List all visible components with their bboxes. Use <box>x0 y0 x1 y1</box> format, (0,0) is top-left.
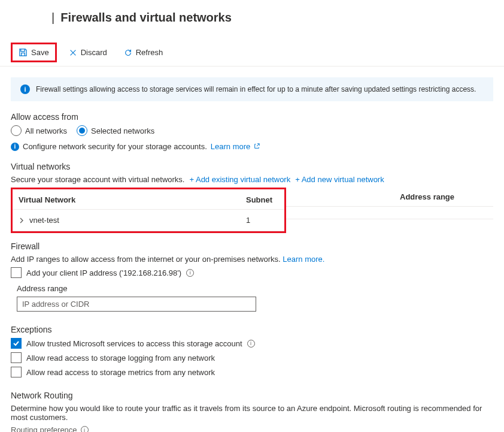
chevron-right-icon <box>19 217 25 223</box>
info-outline-icon[interactable]: i <box>81 426 89 432</box>
exception-metrics-label: Allow read access to storage metrics fro… <box>26 368 215 377</box>
refresh-label: Refresh <box>136 48 163 57</box>
info-outline-icon[interactable]: i <box>247 340 255 348</box>
radio-selected-networks[interactable]: Selected networks <box>77 125 154 136</box>
title-pipe: | <box>51 11 54 25</box>
vnets-title: Virtual networks <box>11 162 493 171</box>
vnet-actions-row: Secure your storage account with virtual… <box>11 175 493 184</box>
save-icon <box>19 48 28 57</box>
exception-logging-label: Allow read access to storage logging fro… <box>26 354 215 362</box>
routing-desc: Determine how you would like to route yo… <box>11 404 493 422</box>
radio-selected-label: Selected networks <box>91 126 154 135</box>
vnets-subtext: Secure your storage account with virtual… <box>11 175 184 184</box>
discard-label: Discard <box>81 48 107 57</box>
firewall-title: Firewall <box>11 241 493 251</box>
routing-pref-label: Routing preference <box>11 425 77 432</box>
page-title: Firewalls and virtual networks <box>60 11 232 25</box>
exception-metrics-checkbox[interactable] <box>11 367 22 377</box>
routing-title: Network Routing <box>11 391 493 400</box>
vnet-table: Virtual Network Subnet vnet-test 1 <box>11 188 493 233</box>
save-highlight-box: Save <box>11 43 57 62</box>
firewall-subtext: Add IP ranges to allow access from the i… <box>11 255 281 264</box>
info-outline-icon[interactable]: i <box>186 269 194 277</box>
refresh-button[interactable]: Refresh <box>119 46 168 59</box>
address-range-label: Address range <box>17 284 493 293</box>
discard-button[interactable]: Discard <box>64 46 112 59</box>
client-ip-checkbox[interactable] <box>11 267 22 278</box>
col-vnet: Virtual Network <box>19 195 246 204</box>
firewall-learn-more-link[interactable]: Learn more. <box>283 255 324 264</box>
configure-text: Configure network security for your stor… <box>23 142 207 151</box>
firewall-subtext-row: Add IP ranges to allow access from the i… <box>11 255 493 264</box>
radio-all-networks[interactable]: All networks <box>11 125 67 136</box>
add-existing-vnet-link[interactable]: + Add existing virtual network <box>189 175 290 184</box>
radio-icon <box>11 125 22 136</box>
exception-logging-checkbox[interactable] <box>11 352 22 363</box>
title-row: | Firewalls and virtual networks <box>11 11 504 25</box>
table-row[interactable]: vnet-test 1 <box>13 210 284 231</box>
radio-all-label: All networks <box>25 126 67 135</box>
info-banner: i Firewall settings allowing access to s… <box>11 77 493 101</box>
radio-icon-selected <box>77 125 87 136</box>
configure-line: i Configure network security for your st… <box>11 142 493 151</box>
exceptions-title: Exceptions <box>11 325 493 334</box>
col-subnet: Subnet <box>246 195 278 204</box>
toolbar: Save Discard Refresh <box>0 38 504 67</box>
exception-trusted-row: Allow trusted Microsoft services to acce… <box>11 338 493 349</box>
client-ip-checkbox-row: Add your client IP address ('192.168.216… <box>11 267 493 278</box>
learn-more-link[interactable]: Learn more <box>211 142 260 151</box>
save-label: Save <box>31 48 49 57</box>
exception-metrics-row: Allow read access to storage metrics fro… <box>11 367 493 377</box>
info-icon: i <box>20 84 30 94</box>
routing-pref-row: Routing preference i <box>11 425 493 432</box>
client-ip-label: Add your client IP address ('192.168.216… <box>26 268 181 277</box>
exception-trusted-checkbox[interactable] <box>11 338 22 349</box>
exception-trusted-label: Allow trusted Microsoft services to acce… <box>26 339 242 348</box>
refresh-icon <box>124 49 132 57</box>
vnet-name: vnet-test <box>29 216 59 225</box>
exception-logging-row: Allow read access to storage logging fro… <box>11 352 493 363</box>
save-button[interactable]: Save <box>19 48 49 57</box>
vnet-highlight-box: Virtual Network Subnet vnet-test 1 <box>11 188 286 233</box>
access-title: Allow access from <box>11 112 493 122</box>
ip-range-input[interactable] <box>17 297 256 312</box>
close-icon <box>69 49 77 57</box>
info-icon: i <box>11 143 19 151</box>
col-range: Address range <box>292 192 487 201</box>
external-link-icon <box>254 143 260 149</box>
access-radio-group: All networks Selected networks <box>11 125 493 136</box>
add-new-vnet-link[interactable]: + Add new virtual network <box>295 175 384 184</box>
banner-text: Firewall settings allowing access to sto… <box>36 85 476 93</box>
subnet-count: 1 <box>246 216 278 225</box>
